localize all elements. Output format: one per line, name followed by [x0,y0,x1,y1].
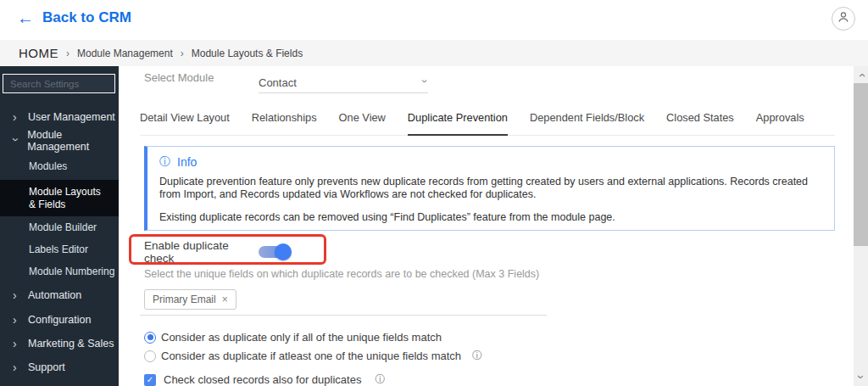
info-title-text: Info [177,155,197,169]
breadcrumb-separator: › [66,48,70,59]
main-content: Select Module Contact › Detail View Layo… [119,66,854,386]
breadcrumb-module-layouts-fields: Module Layouts & Fields [192,48,303,59]
app-screen: ← Back to CRM HOME › Module Management ›… [0,0,868,386]
sidebar-item-label: Automation [28,289,81,301]
chevron-right-icon: › [13,338,19,350]
tab-closed-states[interactable]: Closed States [666,111,734,135]
select-module-label: Select Module [144,71,214,84]
chevron-right-icon: › [13,111,19,123]
remove-field-icon[interactable]: × [222,294,228,305]
scrollbar-down-arrow[interactable]: › [854,372,868,384]
toggle-knob [275,243,292,260]
enable-duplicate-check-label: Enable duplicate check [144,239,259,265]
sidebar-item-label: Module Numbering [29,266,114,277]
check-icon: ✓ [147,375,153,384]
info-icon: ⓘ [472,349,482,363]
enable-duplicate-check-toggle[interactable] [259,246,289,258]
tab-bar: Detail View Layout Relationships One Vie… [140,111,835,136]
chevron-right-icon: › [13,361,19,373]
arrow-left-icon: ← [17,9,34,26]
info-banner: ⓘ Info Duplicate prevention feature only… [144,146,835,231]
user-icon [836,9,851,28]
sidebar-item-automation[interactable]: › Automation [0,283,119,308]
chevron-right-icon: › [13,289,19,301]
sidebar-item-support[interactable]: › Support [0,355,119,379]
breadcrumb-module-management[interactable]: Module Management [77,48,173,59]
sidebar-item-module-layouts-fields[interactable]: Module Layouts & Fields [0,180,119,216]
back-to-crm-label: Back to CRM [42,9,131,26]
radio-selected-icon [144,332,156,344]
radio-unselected-icon [144,350,156,362]
sidebar-item-label: Configuration [28,314,91,326]
sidebar-item-label: User Management [28,111,115,123]
sidebar-item-modules[interactable]: Modules [0,153,119,180]
scrollbar-up-arrow[interactable]: › [854,68,868,80]
module-select-value: Contact [259,76,297,89]
radio-label: Consider as duplicate if atleast one of … [161,350,461,362]
chevron-down-icon: › [855,375,867,382]
tab-detail-view-layout[interactable]: Detail View Layout [140,111,230,135]
sidebar-item-user-management[interactable]: › User Management [0,105,119,129]
checkbox-label: Check closed records also for duplicates [164,373,361,386]
radio-label: Consider as duplicate only if all of the… [161,331,442,344]
user-avatar[interactable] [832,7,855,31]
sidebar-item-label: Module Management [27,129,119,153]
settings-sidebar: › User Management › Module Management Mo… [0,66,119,386]
tab-duplicate-prevention[interactable]: Duplicate Prevention [408,111,508,136]
sidebar-item-labels-editor[interactable]: Labels Editor [0,238,119,260]
unique-fields-hint: Select the unique fields on which duplic… [144,268,539,280]
chevron-down-icon: › [10,137,22,143]
sidebar-item-label: Module Layouts & Fields [29,186,108,211]
tab-dependent-fields-block[interactable]: Dependent Fields/Block [530,111,644,135]
info-icon: ⓘ [375,372,385,386]
sidebar-item-configuration[interactable]: › Configuration [0,308,119,332]
vertical-scrollbar: › › [854,66,868,386]
search-settings-input[interactable] [3,74,115,93]
sidebar-item-module-builder[interactable]: Module Builder [0,216,119,238]
enable-duplicate-check-row: Enable duplicate check [144,243,289,261]
sidebar-item-label: Marketing & Sales [28,338,114,350]
info-banner-title: ⓘ Info [159,154,822,170]
chevron-up-icon: › [855,70,867,77]
info-paragraph-2: Existing duplicate records can be remove… [159,211,822,223]
sidebar-item-marketing-sales[interactable]: › Marketing & Sales [0,332,119,355]
checkbox-checked-icon: ✓ [144,374,156,386]
tab-relationships[interactable]: Relationships [252,111,317,135]
breadcrumb-separator: › [181,48,184,59]
unique-fields-input-underline[interactable] [140,315,547,316]
page-body: › User Management › Module Management Mo… [0,66,868,386]
info-icon: ⓘ [159,154,170,170]
sidebar-nav: › User Management › Module Management Mo… [0,105,119,379]
sidebar-item-label: Modules [29,160,67,172]
breadcrumb-home[interactable]: HOME [19,46,58,60]
selected-field-tag: Primary Email × [144,289,236,310]
chevron-right-icon: › [13,314,19,326]
topbar: ← Back to CRM [0,0,868,40]
back-to-crm-link[interactable]: ← Back to CRM [17,9,131,26]
sidebar-item-label: Module Builder [29,221,97,233]
breadcrumb: HOME › Module Management › Module Layout… [0,40,868,66]
scrollbar-thumb[interactable] [854,83,868,246]
selected-field-label: Primary Email [153,294,216,305]
chevron-down-icon: › [420,80,431,87]
info-paragraph-1: Duplicate prevention feature only preven… [159,176,822,201]
check-closed-records-row[interactable]: ✓ Check closed records also for duplicat… [144,372,385,386]
module-select-dropdown[interactable]: Contact › [259,73,428,93]
sidebar-item-module-management[interactable]: › Module Management [0,129,119,153]
sidebar-item-label: Support [28,361,65,373]
sidebar-item-label: Labels Editor [29,243,88,255]
radio-atleast-one-match[interactable]: Consider as duplicate if atleast one of … [144,349,482,363]
radio-all-fields-match[interactable]: Consider as duplicate only if all of the… [144,331,442,344]
tab-approvals[interactable]: Approvals [756,111,804,135]
sidebar-item-module-numbering[interactable]: Module Numbering [0,260,119,283]
tab-one-view[interactable]: One View [339,111,386,135]
